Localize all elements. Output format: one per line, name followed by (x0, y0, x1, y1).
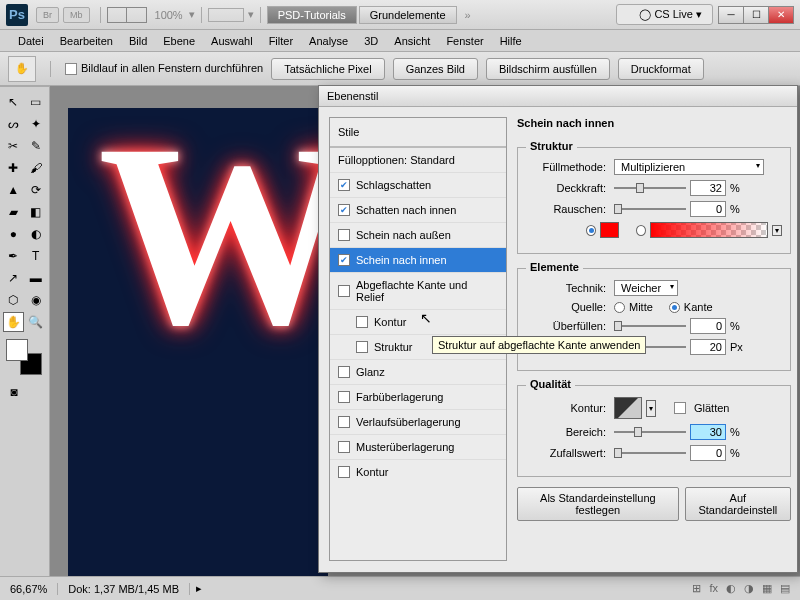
range-input[interactable]: 30 (690, 424, 726, 440)
zoom-label[interactable]: 100% (155, 9, 183, 21)
color-swatches[interactable] (6, 339, 42, 375)
source-edge-radio[interactable] (669, 302, 680, 313)
gradient-tool[interactable]: ◧ (26, 202, 47, 222)
move-tool[interactable]: ↖ (3, 92, 24, 112)
dock-icon[interactable]: ▤ (780, 582, 790, 595)
workspace-grundelemente[interactable]: Grundelemente (359, 6, 457, 24)
crop-tool[interactable]: ✂ (3, 136, 24, 156)
zoom-status[interactable]: 66,67% (0, 583, 58, 595)
cslive-button[interactable]: ◯ CS Live ▾ (616, 4, 713, 25)
antialias-checkbox[interactable] (674, 402, 686, 414)
history-tool[interactable]: ⟳ (26, 180, 47, 200)
style-color-overlay[interactable]: Farbüberlagerung (330, 384, 506, 409)
menu-filter[interactable]: Filter (261, 35, 301, 47)
dock-icon[interactable]: ◐ (726, 582, 736, 595)
menu-ansicht[interactable]: Ansicht (386, 35, 438, 47)
size-input[interactable]: 20 (690, 339, 726, 355)
style-inner-shadow[interactable]: ✔Schatten nach innen (330, 197, 506, 222)
fg-color-swatch[interactable] (6, 339, 28, 361)
menu-analyse[interactable]: Analyse (301, 35, 356, 47)
gradient-swatch[interactable] (650, 222, 768, 238)
heal-tool[interactable]: ✚ (3, 158, 24, 178)
shape-tool[interactable]: ▬ (26, 268, 47, 288)
menu-ebene[interactable]: Ebene (155, 35, 203, 47)
type-tool[interactable]: T (26, 246, 47, 266)
style-stroke[interactable]: Kontur (330, 459, 506, 484)
jitter-slider[interactable] (614, 447, 686, 459)
screen-mode-button[interactable] (107, 7, 147, 23)
style-inner-glow[interactable]: ✔Schein nach innen (330, 247, 506, 272)
jitter-input[interactable]: 0 (690, 445, 726, 461)
fill-screen-button[interactable]: Bildschirm ausfüllen (486, 58, 610, 80)
contour-dropdown[interactable]: ▾ (646, 400, 656, 417)
style-pattern-overlay[interactable]: Musterüberlagerung (330, 434, 506, 459)
color-radio[interactable] (586, 225, 596, 236)
hand-tool[interactable]: ✋ (3, 312, 24, 332)
eraser-tool[interactable]: ▰ (3, 202, 24, 222)
bridge-button[interactable]: Br (36, 7, 59, 23)
menu-fenster[interactable]: Fenster (438, 35, 491, 47)
style-drop-shadow[interactable]: ✔Schlagschatten (330, 172, 506, 197)
wand-tool[interactable]: ✦ (26, 114, 47, 134)
blend-mode-select[interactable]: Multiplizieren (614, 159, 764, 175)
noise-slider[interactable] (614, 203, 686, 215)
print-size-button[interactable]: Druckformat (618, 58, 704, 80)
choke-slider[interactable] (614, 320, 686, 332)
style-gradient-overlay[interactable]: Verlaufsüberlagerung (330, 409, 506, 434)
menu-3d[interactable]: 3D (356, 35, 386, 47)
dialog-title[interactable]: Ebenenstil (319, 86, 797, 107)
opacity-slider[interactable] (614, 182, 686, 194)
dock-icon[interactable]: ◑ (744, 582, 754, 595)
reset-default-button[interactable]: Auf Standardeinstell (685, 487, 791, 521)
choke-input[interactable]: 0 (690, 318, 726, 334)
style-contour[interactable]: Kontur (330, 309, 506, 334)
gradient-dropdown[interactable]: ▾ (772, 225, 782, 236)
arrange-button[interactable] (208, 8, 244, 22)
menu-auswahl[interactable]: Auswahl (203, 35, 261, 47)
quickmask-button[interactable]: ◙ (3, 382, 25, 402)
technique-select[interactable]: Weicher (614, 280, 678, 296)
camera-tool[interactable]: ◉ (26, 290, 47, 310)
menu-hilfe[interactable]: Hilfe (492, 35, 530, 47)
path-tool[interactable]: ↗ (3, 268, 24, 288)
menu-datei[interactable]: Datei (10, 35, 52, 47)
scroll-all-checkbox[interactable]: Bildlauf in allen Fenstern durchführen (65, 62, 263, 75)
source-center-radio[interactable] (614, 302, 625, 313)
zoom-tool[interactable]: 🔍 (26, 312, 47, 332)
stamp-tool[interactable]: ▲ (3, 180, 24, 200)
noise-input[interactable]: 0 (690, 201, 726, 217)
make-default-button[interactable]: Als Standardeinstellung festlegen (517, 487, 679, 521)
style-blend-options[interactable]: Füllopptionen: Standard (330, 147, 506, 172)
brush-tool[interactable]: 🖌 (26, 158, 47, 178)
gradient-radio[interactable] (636, 225, 646, 236)
maximize-button[interactable]: ☐ (743, 6, 769, 24)
minimize-button[interactable]: ─ (718, 6, 744, 24)
actual-pixels-button[interactable]: Tatsächliche Pixel (271, 58, 384, 80)
contour-swatch[interactable] (614, 397, 642, 419)
menu-bearbeiten[interactable]: Bearbeiten (52, 35, 121, 47)
fit-screen-button[interactable]: Ganzes Bild (393, 58, 478, 80)
doc-size-status[interactable]: Dok: 1,37 MB/1,45 MB (58, 583, 190, 595)
lasso-tool[interactable]: ᔕ (3, 114, 24, 134)
current-tool-indicator[interactable]: ✋ (8, 56, 36, 82)
dock-icon[interactable]: fx (709, 582, 718, 595)
dock-icon[interactable]: ▦ (762, 582, 772, 595)
style-satin[interactable]: Glanz (330, 359, 506, 384)
range-slider[interactable] (614, 426, 686, 438)
style-bevel[interactable]: Abgeflachte Kante und Relief (330, 272, 506, 309)
3d-tool[interactable]: ⬡ (3, 290, 24, 310)
style-stile[interactable]: Stile (330, 118, 506, 147)
dock-icon[interactable]: ⊞ (692, 582, 701, 595)
workspace-psdtutorials[interactable]: PSD-Tutorials (267, 6, 357, 24)
minibridge-button[interactable]: Mb (63, 7, 90, 23)
close-button[interactable]: ✕ (768, 6, 794, 24)
pen-tool[interactable]: ✒ (3, 246, 24, 266)
color-swatch[interactable] (600, 222, 618, 238)
eyedropper-tool[interactable]: ✎ (26, 136, 47, 156)
dodge-tool[interactable]: ◐ (26, 224, 47, 244)
blur-tool[interactable]: ● (3, 224, 24, 244)
opacity-input[interactable]: 32 (690, 180, 726, 196)
canvas[interactable]: W (68, 108, 328, 576)
menu-bild[interactable]: Bild (121, 35, 155, 47)
marquee-tool[interactable]: ▭ (26, 92, 47, 112)
